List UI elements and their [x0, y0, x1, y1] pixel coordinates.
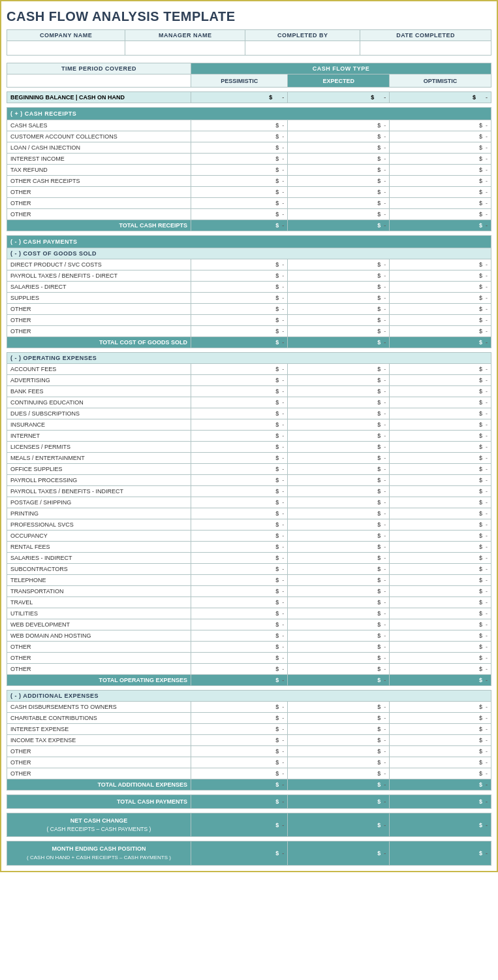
dues-subscriptions-opt[interactable]: $ - — [390, 408, 491, 419]
continuing-education-opt[interactable]: $ - — [390, 397, 491, 408]
subcontractors-exp[interactable]: $ - — [288, 564, 390, 575]
tax-refund-exp[interactable]: $ - — [288, 165, 390, 176]
payroll-processing-exp[interactable]: $ - — [288, 475, 390, 486]
direct-product-exp[interactable]: $ - — [288, 259, 390, 270]
net-cash-change-pess[interactable]: $ - — [191, 813, 287, 837]
month-ending-opt[interactable]: $ - — [390, 841, 491, 865]
interest-expense-pess[interactable]: $ - — [191, 724, 287, 735]
total-addl-exp-exp[interactable]: $ - — [288, 779, 390, 791]
total-addl-exp-opt[interactable]: $ - — [390, 779, 491, 791]
cr-other3-exp[interactable]: $ - — [288, 209, 390, 220]
subcontractors-opt[interactable]: $ - — [390, 564, 491, 575]
total-cogs-exp[interactable]: $ - — [288, 337, 390, 348]
addl-other3-pess[interactable]: $ - — [191, 768, 287, 779]
total-opex-opt[interactable]: $ - — [390, 675, 491, 686]
direct-product-pess[interactable]: $ - — [191, 259, 287, 270]
professional-svcs-exp[interactable]: $ - — [288, 519, 390, 531]
total-cr-exp[interactable]: $ - — [288, 220, 390, 231]
payroll-taxes-indirect-opt[interactable]: $ - — [390, 486, 491, 497]
transportation-pess[interactable]: $ - — [191, 586, 287, 597]
month-ending-pess[interactable]: $ - — [191, 841, 287, 865]
cogs-other2-exp[interactable]: $ - — [288, 315, 390, 326]
interest-income-opt[interactable]: $ - — [390, 154, 491, 165]
direct-product-opt[interactable]: $ - — [390, 259, 491, 270]
telephone-opt[interactable]: $ - — [390, 575, 491, 586]
travel-opt[interactable]: $ - — [390, 597, 491, 608]
loan-injection-pess[interactable]: $ - — [191, 142, 287, 154]
total-cr-opt[interactable]: $ - — [390, 220, 491, 231]
telephone-pess[interactable]: $ - — [191, 575, 287, 586]
opex-other2-exp[interactable]: $ - — [288, 653, 390, 664]
web-development-pess[interactable]: $ - — [191, 619, 287, 630]
dues-subscriptions-pess[interactable]: $ - — [191, 408, 287, 419]
account-fees-exp[interactable]: $ - — [288, 364, 390, 375]
opex-other1-opt[interactable]: $ - — [390, 642, 491, 653]
income-tax-expense-exp[interactable]: $ - — [288, 735, 390, 746]
payroll-taxes-direct-pess[interactable]: $ - — [191, 270, 287, 282]
bank-fees-pess[interactable]: $ - — [191, 386, 287, 397]
cogs-other3-exp[interactable]: $ - — [288, 326, 390, 337]
opex-other2-pess[interactable]: $ - — [191, 653, 287, 664]
net-cash-change-exp[interactable]: $ - — [288, 813, 390, 837]
postage-shipping-exp[interactable]: $ - — [288, 497, 390, 508]
salaries-indirect-opt[interactable]: $ - — [390, 553, 491, 564]
internet-opt[interactable]: $ - — [390, 431, 491, 442]
cr-other2-exp[interactable]: $ - — [288, 198, 390, 209]
bb-exp[interactable]: $ - — [288, 92, 390, 103]
other-cash-receipts-exp[interactable]: $ - — [288, 176, 390, 187]
charitable-contributions-pess[interactable]: $ - — [191, 713, 287, 724]
printing-exp[interactable]: $ - — [288, 508, 390, 519]
customer-collections-pess[interactable]: $ - — [191, 131, 287, 142]
licenses-permits-pess[interactable]: $ - — [191, 442, 287, 453]
rental-fees-exp[interactable]: $ - — [288, 542, 390, 553]
travel-exp[interactable]: $ - — [288, 597, 390, 608]
cash-sales-exp[interactable]: $ - — [288, 120, 390, 131]
cogs-other1-pess[interactable]: $ - — [191, 304, 287, 315]
salaries-indirect-pess[interactable]: $ - — [191, 553, 287, 564]
addl-other1-opt[interactable]: $ - — [390, 746, 491, 757]
addl-other1-exp[interactable]: $ - — [288, 746, 390, 757]
opex-other1-pess[interactable]: $ - — [191, 642, 287, 653]
transportation-opt[interactable]: $ - — [390, 586, 491, 597]
customer-collections-opt[interactable]: $ - — [390, 131, 491, 142]
insurance-opt[interactable]: $ - — [390, 419, 491, 431]
continuing-education-pess[interactable]: $ - — [191, 397, 287, 408]
office-supplies-exp[interactable]: $ - — [288, 464, 390, 475]
web-domain-hosting-pess[interactable]: $ - — [191, 630, 287, 642]
office-supplies-opt[interactable]: $ - — [390, 464, 491, 475]
advertising-exp[interactable]: $ - — [288, 375, 390, 386]
postage-shipping-pess[interactable]: $ - — [191, 497, 287, 508]
income-tax-expense-pess[interactable]: $ - — [191, 735, 287, 746]
supplies-pess[interactable]: $ - — [191, 293, 287, 304]
cogs-other2-pess[interactable]: $ - — [191, 315, 287, 326]
web-development-opt[interactable]: $ - — [390, 619, 491, 630]
addl-other3-opt[interactable]: $ - — [390, 768, 491, 779]
utilities-pess[interactable]: $ - — [191, 608, 287, 619]
total-addl-exp-pess[interactable]: $ - — [191, 779, 287, 791]
cogs-other3-opt[interactable]: $ - — [390, 326, 491, 337]
total-cogs-opt[interactable]: $ - — [390, 337, 491, 348]
addl-other2-opt[interactable]: $ - — [390, 757, 491, 768]
opex-other3-exp[interactable]: $ - — [288, 664, 390, 675]
cash-sales-opt[interactable]: $ - — [390, 120, 491, 131]
company-name-value[interactable] — [7, 41, 125, 56]
charitable-contributions-exp[interactable]: $ - — [288, 713, 390, 724]
printing-pess[interactable]: $ - — [191, 508, 287, 519]
postage-shipping-opt[interactable]: $ - — [390, 497, 491, 508]
professional-svcs-opt[interactable]: $ - — [390, 519, 491, 531]
professional-svcs-pess[interactable]: $ - — [191, 519, 287, 531]
occupancy-pess[interactable]: $ - — [191, 531, 287, 542]
income-tax-expense-opt[interactable]: $ - — [390, 735, 491, 746]
meals-entertainment-opt[interactable]: $ - — [390, 453, 491, 464]
total-cp-opt[interactable]: $ - — [390, 795, 491, 809]
payroll-taxes-direct-opt[interactable]: $ - — [390, 270, 491, 282]
cash-disbursements-opt[interactable]: $ - — [390, 702, 491, 713]
continuing-education-exp[interactable]: $ - — [288, 397, 390, 408]
loan-injection-opt[interactable]: $ - — [390, 142, 491, 154]
salaries-indirect-exp[interactable]: $ - — [288, 553, 390, 564]
other-cash-receipts-pess[interactable]: $ - — [191, 176, 287, 187]
transportation-exp[interactable]: $ - — [288, 586, 390, 597]
total-cp-pess[interactable]: $ - — [191, 795, 287, 809]
subcontractors-pess[interactable]: $ - — [191, 564, 287, 575]
cash-disbursements-pess[interactable]: $ - — [191, 702, 287, 713]
